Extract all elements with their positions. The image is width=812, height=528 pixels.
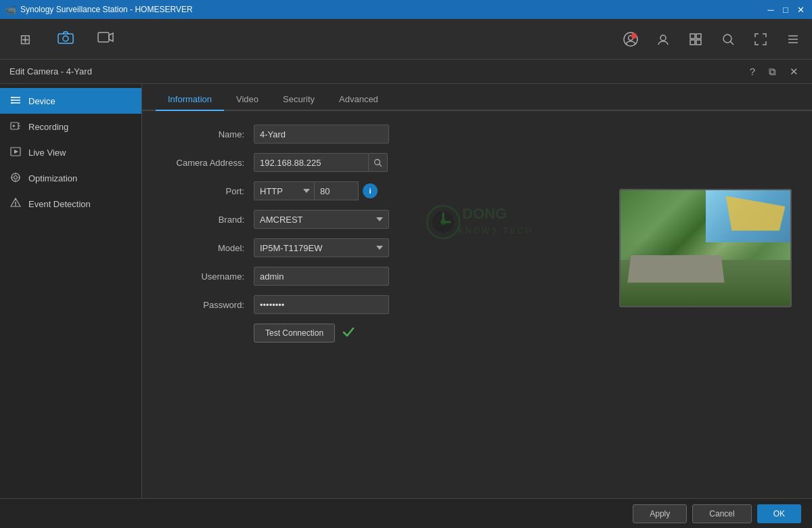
help-button[interactable]: ? [746,64,759,79]
svg-line-12 [730,41,734,45]
name-label: Name: [162,129,254,139]
sidebar-item-device[interactable]: Device [0,88,141,114]
sidebar: Device Recording Live View [0,84,142,498]
title-bar: 📹 Synology Surveillance Station - HOMESE… [0,0,812,19]
sidebar-item-liveview[interactable]: Live View [0,139,141,165]
minimize-button[interactable]: ─ [765,3,777,16]
port-info-button[interactable]: i [363,183,378,198]
content-wrapper: Information Video Security Advanced Name… [142,84,812,356]
password-label: Password: [162,300,254,310]
recording-icon [97,30,114,47]
sidebar-item-recording-label: Recording [28,122,68,132]
svg-rect-2 [98,32,109,42]
test-connection-button[interactable]: Test Connection [254,324,335,343]
camera-icon [58,30,74,47]
camera-patio [627,255,724,282]
svg-point-37 [375,159,380,164]
sub-header-actions: ? ⧉ ✕ [746,64,803,79]
apply-button[interactable]: Apply [633,504,687,523]
liveview-icon [9,147,22,158]
sub-header: Edit Camera - 4-Yard ? ⧉ ✕ [0,60,812,84]
optimization-icon [9,172,22,185]
sidebar-item-optimization-label: Optimization [28,173,77,183]
maximize-button[interactable]: □ [780,3,792,16]
svg-point-5 [631,33,637,39]
camera-address-input[interactable] [254,153,369,172]
search-button[interactable] [716,27,740,51]
ok-button[interactable]: OK [757,504,801,523]
title-bar-left: 📹 Synology Surveillance Station - HOMESE… [5,5,193,15]
brand-label: Brand: [162,215,254,225]
toolbar: ⊞ [0,19,812,60]
title-bar-controls: ─ □ ✕ [765,3,807,16]
fullscreen-button[interactable] [748,27,773,51]
tab-advanced[interactable]: Advanced [327,89,390,111]
sidebar-item-event-detection-label: Event Detection [28,199,91,209]
tab-video[interactable]: Video [224,89,271,111]
toolbar-recording-button[interactable] [87,22,124,56]
svg-rect-21 [11,102,13,104]
username-label: Username: [162,271,254,282]
svg-point-1 [63,36,68,41]
password-input[interactable] [254,295,389,314]
form-row-address: Camera Address: [162,153,792,172]
svg-rect-20 [11,100,13,101]
overview-icon: ⊞ [20,31,31,47]
svg-point-6 [660,35,666,41]
toolbar-left: ⊞ [7,22,124,56]
tab-security[interactable]: Security [271,89,327,111]
port-number-input[interactable] [315,181,359,200]
close-dialog-button[interactable]: ✕ [786,64,803,79]
camera-preview-area [619,189,792,307]
svg-rect-0 [58,34,73,43]
close-button[interactable]: ✕ [794,3,807,16]
svg-rect-7 [690,34,695,39]
address-search-button[interactable] [369,153,388,172]
svg-point-29 [14,175,18,179]
connection-success-icon [342,325,355,342]
content-area: Information Video Security Advanced Name… [142,84,812,498]
svg-line-38 [380,164,382,167]
port-protocol-select[interactable]: HTTP HTTPS RTSP [254,181,315,200]
sidebar-item-optimization[interactable]: Optimization [0,165,141,191]
camera-preview [619,189,792,307]
form-row-name: Name: [162,125,792,144]
port-label: Port: [162,186,254,196]
title-bar-text: Synology Surveillance Station - HOMESERV… [20,5,193,14]
svg-rect-19 [11,97,13,98]
user-button[interactable] [651,27,675,51]
grid-button[interactable] [683,27,708,51]
address-label: Camera Address: [162,158,254,168]
account-button[interactable] [618,27,643,51]
recording-sidebar-icon [9,120,22,133]
toolbar-camera-button[interactable] [47,22,84,56]
toolbar-right [618,27,805,51]
svg-point-34 [15,199,16,200]
sub-header-title: Edit Camera - 4-Yard [9,66,92,76]
model-label: Model: [162,243,254,253]
sidebar-item-event-detection[interactable]: Event Detection [0,191,141,217]
cancel-button[interactable]: Cancel [692,504,751,523]
svg-point-36 [15,204,16,206]
svg-rect-10 [696,40,701,45]
model-select[interactable]: IP5M-T1179EW [254,238,389,257]
app-icon: 📹 [5,5,16,15]
main-layout: Device Recording Live View [0,84,812,498]
tab-information[interactable]: Information [156,89,224,111]
username-input[interactable] [254,267,389,286]
sidebar-item-recording[interactable]: Recording [0,114,141,139]
toolbar-overview-button[interactable]: ⊞ [7,22,44,56]
name-input[interactable] [254,125,389,144]
svg-rect-9 [690,40,695,45]
menu-button[interactable] [781,27,805,51]
svg-marker-27 [14,150,18,154]
brand-select[interactable]: AMCREST [254,210,389,229]
device-icon [9,95,22,107]
bottom-bar: Apply Cancel OK [0,498,812,528]
sidebar-item-liveview-label: Live View [28,148,66,158]
svg-rect-8 [696,34,701,39]
event-detection-icon [9,198,22,211]
tab-bar: Information Video Security Advanced [142,84,812,111]
camera-feed [621,190,790,306]
expand-button[interactable]: ⧉ [765,64,780,79]
